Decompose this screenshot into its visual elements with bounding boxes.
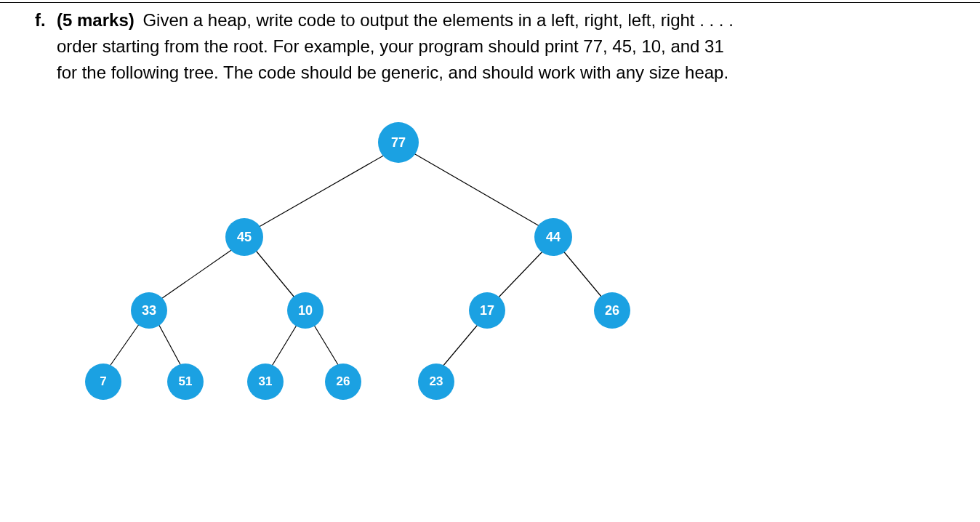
svg-line-7 xyxy=(157,321,182,367)
tree-node-l4-1: 7 xyxy=(85,364,121,400)
tree-node-l3-1: 33 xyxy=(131,292,167,329)
question-first-line: f. (5 marks) Given a heap, write code to… xyxy=(35,7,951,33)
svg-line-3 xyxy=(253,247,298,302)
svg-line-5 xyxy=(561,249,606,302)
heap-tree-diagram: 77 45 44 33 10 17 26 7 51 31 26 23 xyxy=(65,116,647,422)
question-letter: f. xyxy=(35,7,57,33)
question-text-2: order starting from the root. For exampl… xyxy=(57,33,951,60)
page-top-rule xyxy=(0,2,980,3)
tree-node-l2-left: 45 xyxy=(225,218,263,256)
svg-line-6 xyxy=(109,321,141,367)
tree-node-l4-2: 51 xyxy=(167,364,204,400)
tree-node-l3-3: 17 xyxy=(469,292,505,329)
svg-line-9 xyxy=(313,323,340,367)
tree-node-l4-4: 26 xyxy=(325,364,361,400)
tree-node-l2-right: 44 xyxy=(534,218,572,256)
svg-line-0 xyxy=(255,151,391,229)
question-marks: (5 marks) xyxy=(57,10,134,30)
question-block: f. (5 marks) Given a heap, write code to… xyxy=(0,0,980,86)
tree-node-l3-2: 10 xyxy=(287,292,324,329)
svg-line-1 xyxy=(410,151,545,229)
question-text-3: for the following tree. The code should … xyxy=(57,60,951,86)
svg-line-8 xyxy=(271,323,298,367)
question-text-1: Given a heap, write code to output the e… xyxy=(138,10,734,30)
tree-node-l4-5: 23 xyxy=(418,364,454,400)
svg-line-2 xyxy=(157,247,236,302)
svg-line-10 xyxy=(442,321,481,367)
tree-node-l4-3: 31 xyxy=(247,364,284,400)
tree-node-root: 77 xyxy=(378,122,419,163)
tree-node-l3-4: 26 xyxy=(594,292,630,329)
svg-line-4 xyxy=(494,249,545,302)
